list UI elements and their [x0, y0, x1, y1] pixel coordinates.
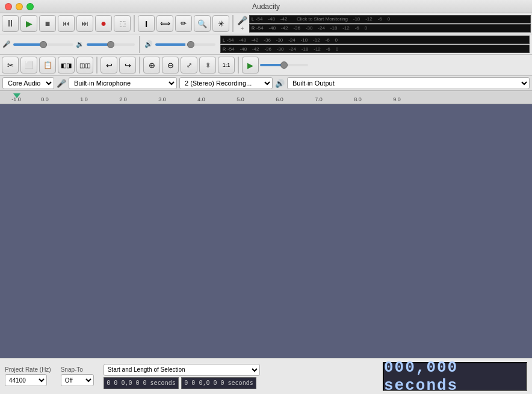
fit-vertical-button[interactable]: ⇳ — [199, 57, 216, 73]
selection-mode-select[interactable]: Start and Length of Selection — [104, 364, 260, 376]
vu-input-scale2: -54 -48 -42 -36 -30 -24 -18 -12 -6 0 — [256, 25, 367, 31]
trim-button[interactable]: ◧◨ — [58, 57, 75, 73]
slider-row: 🎤 🔉 🔊 L -54 -48 -42 -36 -30 -24 -18 -12 … — [0, 34, 532, 55]
snap-to-select[interactable]: Off — [61, 374, 94, 386]
maximize-button[interactable] — [26, 3, 34, 10]
big-time-value: 000,000 seconds — [384, 358, 526, 395]
big-time-display: 000,000 seconds — [383, 362, 527, 391]
play-at-speed-button[interactable]: ▶ — [242, 57, 259, 73]
snap-to-group: Snap-To Off — [61, 366, 94, 386]
vu-r-label: R — [252, 26, 255, 30]
zoom-tool-button[interactable]: 🔍 — [194, 15, 211, 32]
vu-input-section: L -54 -48 -42 Click to Start Monitoring … — [249, 15, 531, 33]
ruler-tick: 3.0 — [143, 96, 182, 102]
input-device-select[interactable]: Built-in Microphone — [69, 77, 177, 89]
project-rate-group: Project Rate (Hz) 44100 — [5, 366, 51, 386]
window-controls — [5, 3, 34, 10]
output-device-select[interactable]: Built-in Output — [287, 77, 530, 89]
vu-out-l-label: L — [223, 38, 225, 42]
skip-fwd-button[interactable]: ⏭ — [76, 15, 93, 32]
playhead-marker — [13, 93, 20, 98]
time-inputs — [104, 377, 260, 389]
channels-select[interactable]: 2 (Stereo) Recording... — [179, 77, 273, 89]
vu-out-r-label: R — [223, 47, 226, 51]
device-row: Core Audio 🎤 Built-in Microphone 2 (Ster… — [0, 76, 532, 91]
minimize-button[interactable] — [16, 3, 23, 10]
zoom-out-button[interactable]: ⊖ — [162, 57, 179, 73]
mic-small-icon: 🎤 — [2, 40, 11, 48]
stop-button[interactable]: ■ — [39, 15, 56, 32]
draw-tool-button[interactable]: ✏ — [175, 15, 192, 32]
silence-button[interactable]: ◫◫ — [76, 57, 93, 73]
skip-back-button[interactable]: ⏮ — [58, 15, 75, 32]
ruler-ticks: -1.0 0.0 1.0 2.0 3.0 4.0 5.0 6.0 7.0 8.0… — [0, 96, 532, 102]
envelope-tool-button[interactable]: ⟺ — [156, 15, 173, 32]
ruler-tick: 7.0 — [299, 96, 338, 102]
redo-button[interactable]: ↪ — [119, 57, 136, 73]
sep5 — [139, 57, 140, 73]
sep2 — [232, 15, 234, 32]
transport-row: ⏸ ▶ ■ ⏮ ⏭ ● ⬚ I ⟺ ✏ 🔍 ✳ 🎤 + L -54 -48 -4… — [0, 13, 532, 34]
play-button[interactable]: ▶ — [20, 15, 37, 32]
ruler-tick: 9.0 — [377, 96, 416, 102]
input-balance-slider[interactable] — [87, 43, 135, 46]
status-bar: Project Rate (Hz) 44100 Snap-To Off Star… — [0, 358, 532, 394]
pause-button[interactable]: ⏸ — [2, 15, 19, 32]
close-button[interactable] — [5, 3, 12, 10]
vu-output-scale2: -54 -48 -42 -36 -30 -24 -18 -12 -6 0 — [227, 46, 338, 52]
project-rate-label: Project Rate (Hz) — [5, 366, 51, 373]
vu-input-scale: -54 -48 -42 Click to Start Monitoring -1… — [256, 16, 390, 22]
ruler-tick: 6.0 — [260, 96, 299, 102]
speaker-device-icon: 🔊 — [275, 79, 285, 88]
time-input-start[interactable] — [104, 377, 179, 389]
sep1 — [134, 15, 135, 32]
sep6 — [238, 57, 239, 73]
snap-to-label: Snap-To — [61, 366, 94, 373]
select-tool-button[interactable]: I — [138, 15, 155, 32]
ruler-tick: 8.0 — [338, 96, 377, 102]
selection-group: Start and Length of Selection — [104, 364, 260, 389]
zoom-normal-button[interactable]: 1:1 — [218, 57, 235, 73]
edit-toolbar-row: ✂ ⬜ 📋 ◧◨ ◫◫ ↩ ↪ ⊕ ⊖ ⤢ ⇳ 1:1 ▶ — [0, 55, 532, 76]
vu-output-section: L -54 -48 -42 -36 -30 -24 -18 -12 -6 0 R… — [220, 36, 530, 53]
paste-button[interactable]: 📋 — [39, 57, 56, 73]
ruler-tick: 5.0 — [221, 96, 260, 102]
undo-button[interactable]: ↩ — [101, 57, 117, 73]
track-area — [0, 104, 532, 358]
output-volume-slider[interactable] — [155, 43, 215, 46]
input-volume-slider[interactable] — [13, 43, 73, 46]
vol-icon: 🔉 — [76, 40, 84, 48]
app-title: Audacity — [252, 2, 280, 11]
mic-icon[interactable]: 🎤 — [237, 16, 247, 25]
time-input-length[interactable] — [181, 377, 256, 389]
plus-icon: + — [241, 25, 244, 32]
ruler-tick: 4.0 — [182, 96, 221, 102]
ruler-tick: 0.0 — [25, 96, 64, 102]
copy-button[interactable]: ⬜ — [20, 57, 37, 73]
fit-project-button[interactable]: ⤢ — [181, 57, 197, 73]
ruler-tick: 2.0 — [104, 96, 143, 102]
timeline-ruler: -1.0 0.0 1.0 2.0 3.0 4.0 5.0 6.0 7.0 8.0… — [0, 91, 532, 104]
host-select[interactable]: Core Audio — [2, 77, 54, 89]
multi-tool-button[interactable]: ✳ — [212, 15, 229, 32]
sep3 — [139, 36, 140, 53]
ruler-tick: 1.0 — [64, 96, 104, 102]
vu-output-scale: -54 -48 -42 -36 -30 -24 -18 -12 -6 0 — [227, 37, 338, 43]
sep4 — [96, 57, 97, 73]
record-button[interactable]: ● — [95, 15, 112, 32]
title-bar: Audacity — [0, 0, 532, 13]
loop-button[interactable]: ⬚ — [114, 15, 131, 32]
project-rate-select[interactable]: 44100 — [5, 374, 47, 386]
mic-device-icon: 🎤 — [57, 79, 66, 88]
cut-button[interactable]: ✂ — [2, 57, 19, 73]
zoom-in-button[interactable]: ⊕ — [143, 57, 160, 73]
vu-l-label: L — [252, 17, 254, 21]
speaker-icon: 🔊 — [144, 40, 153, 48]
play-speed-slider[interactable] — [260, 64, 308, 66]
